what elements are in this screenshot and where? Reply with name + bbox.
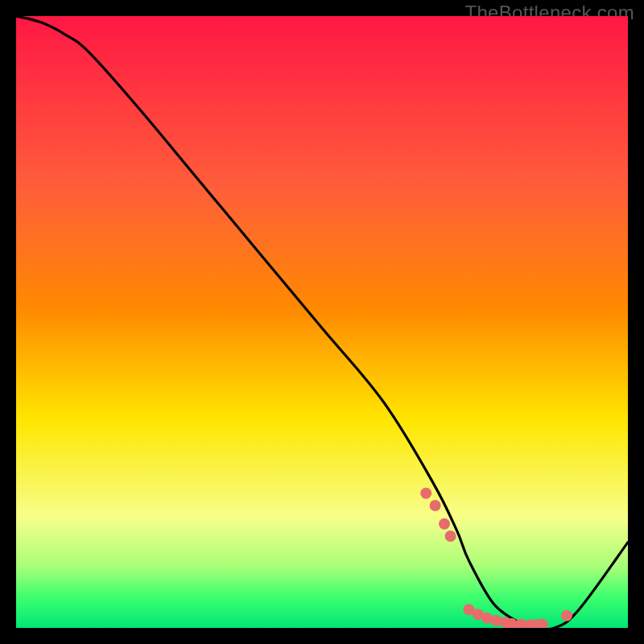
chart-svg <box>16 16 628 628</box>
highlight-dot <box>561 610 572 621</box>
highlight-dot <box>439 518 450 530</box>
chart <box>16 16 628 628</box>
highlight-dot <box>420 488 431 499</box>
stage: TheBottleneck.com <box>0 0 644 644</box>
heat-background <box>16 16 628 628</box>
highlight-dot <box>445 530 456 542</box>
highlight-dot <box>430 500 441 511</box>
